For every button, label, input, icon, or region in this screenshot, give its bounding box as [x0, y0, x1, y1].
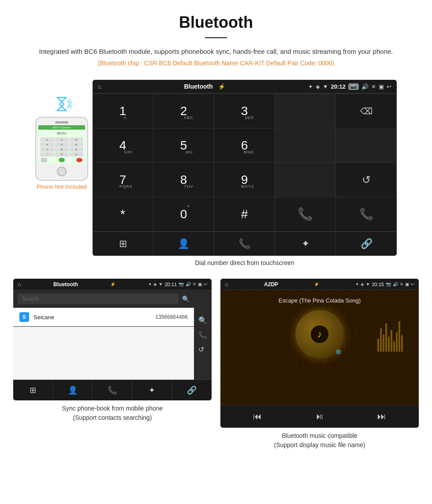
pb-search-bar: Search 🔍 [13, 290, 194, 308]
ms-equalizer [377, 317, 403, 352]
key-5[interactable]: 5 JKL [153, 128, 214, 163]
pb-close-icon[interactable]: ✕ [193, 282, 196, 287]
top-section: Add to Contacts MOTO 123 456 789 *0# [18, 80, 414, 275]
ms-bt-icon: ✦ [355, 282, 359, 287]
key-empty-3 [336, 128, 397, 163]
pb-cam-icon[interactable]: 📷 [179, 282, 184, 287]
ms-home-icon[interactable]: ⌂ [225, 281, 228, 287]
ms-content: Escape (The Pina Colada Song) ♪ ⊛ [220, 290, 419, 405]
phone-not-included-label: Phone Not Included [37, 183, 87, 190]
pb-tool-grid[interactable]: ⊞ [13, 380, 53, 400]
pb-side-icons: 🔍 📞 ↺ [194, 290, 212, 380]
phone-home-button [57, 167, 67, 176]
eq-bar-8 [396, 332, 398, 352]
main-content: Add to Contacts MOTO 123 456 789 *0# [0, 80, 432, 450]
ms-vol-icon[interactable]: 🔊 [393, 282, 398, 287]
dial-bottom-toolbar: ⊞ 👤 📞 ✦ 🔗 [93, 231, 397, 256]
eq-bar-2 [380, 328, 382, 352]
toolbar-grid-btn[interactable]: ⊞ [93, 232, 153, 256]
ms-win-icon[interactable]: ▣ [405, 282, 409, 287]
pb-spacer [13, 327, 194, 380]
pb-side-phone-icon[interactable]: 📞 [198, 331, 207, 339]
eq-bar-3 [383, 334, 384, 352]
music-block: ⌂ A2DP ⚡ ✦ ◈ ▼ 20:15 📷 🔊 ✕ ▣ ↩ [220, 279, 419, 450]
phonebook-screen: ⌂ Bluetooth ⚡ ✦ ◈ ▼ 20:11 📷 🔊 ✕ ▣ ↩ [13, 279, 212, 400]
signal-status-icon: ▼ [323, 83, 328, 90]
ms-playpause-btn[interactable]: ⏯ [315, 411, 324, 422]
key-empty-1 [275, 94, 336, 128]
pb-tool-bt[interactable]: ✦ [132, 380, 172, 400]
pb-contact-row[interactable]: S Seicane 13566664466 [13, 308, 194, 327]
ms-next-btn[interactable]: ⏭ [377, 411, 386, 422]
toolbar-bluetooth-btn[interactable]: ✦ [275, 232, 336, 256]
phone-mockup: Add to Contacts MOTO 123 456 789 *0# [35, 117, 88, 181]
toolbar-contacts-btn[interactable]: 👤 [153, 232, 214, 256]
pb-side-reload-icon[interactable]: ↺ [198, 345, 207, 354]
key-empty-4 [275, 163, 336, 197]
key-6[interactable]: 6 MNO [214, 128, 275, 163]
music-screen: ⌂ A2DP ⚡ ✦ ◈ ▼ 20:15 📷 🔊 ✕ ▣ ↩ [220, 279, 419, 428]
capture-button[interactable]: 📷 [348, 83, 359, 90]
back-icon[interactable]: ↩ [387, 83, 391, 90]
home-icon[interactable]: ⌂ [98, 83, 101, 90]
ms-right-icons: ✦ ◈ ▼ 20:15 📷 🔊 ✕ ▣ ↩ [355, 282, 414, 287]
bottom-section: ⌂ Bluetooth ⚡ ✦ ◈ ▼ 20:11 📷 🔊 ✕ ▣ ↩ [13, 279, 419, 450]
pb-home-icon[interactable]: ⌂ [18, 281, 21, 287]
phonebook-caption: Sync phone-book from mobile phone (Suppo… [62, 404, 163, 422]
key-empty-2 [275, 128, 336, 163]
pb-toolbar: ⊞ 👤 📞 ✦ 🔗 [13, 380, 212, 400]
key-3[interactable]: 3 DEF [214, 94, 275, 128]
key-7[interactable]: 7 PQRS [93, 163, 153, 197]
key-9[interactable]: 9 WXYZ [214, 163, 275, 197]
page-header: Bluetooth Integrated with BC6 Bluetooth … [0, 0, 432, 80]
dial-status-bar: ⌂ Bluetooth ⚡ ✦ ◈ ▼ 20:12 📷 🔊 ✕ ▣ [93, 80, 397, 93]
volume-icon[interactable]: 🔊 [361, 83, 369, 90]
title-divider [205, 37, 227, 38]
window-icon[interactable]: ▣ [379, 83, 384, 90]
key-1[interactable]: 1 ∿ [93, 94, 153, 128]
eq-bar-5 [388, 336, 390, 352]
search-icon[interactable]: 🔍 [182, 295, 190, 302]
key-2[interactable]: 2 ABC [153, 94, 214, 128]
pb-tool-contacts[interactable]: 👤 [53, 380, 93, 400]
pb-tool-link[interactable]: 🔗 [172, 380, 212, 400]
contact-name: Seicane [34, 314, 156, 321]
ms-cam-icon[interactable]: 📷 [386, 282, 391, 287]
key-call-red[interactable]: 📞 [336, 197, 397, 231]
pb-sig-icon: ▼ [159, 282, 163, 287]
pb-tool-phone[interactable]: 📞 [93, 380, 132, 400]
pb-right-icons: ✦ ◈ ▼ 20:11 📷 🔊 ✕ ▣ ↩ [148, 282, 207, 287]
key-8[interactable]: 8 TUV [153, 163, 214, 197]
ms-back-icon[interactable]: ↩ [411, 282, 414, 287]
key-4[interactable]: 4 GHI [93, 128, 153, 163]
pb-search-input[interactable]: Search [18, 294, 179, 304]
pb-main-area: Search 🔍 S Seicane 13566664466 [13, 290, 212, 380]
pb-win-icon[interactable]: ▣ [198, 282, 202, 287]
key-0[interactable]: 0 + [153, 197, 214, 231]
pb-list: Search 🔍 S Seicane 13566664466 [13, 290, 194, 380]
eq-bar-6 [391, 330, 392, 352]
dial-caption: Dial number direct from touchscreen [195, 259, 294, 266]
eq-bar-1 [377, 339, 379, 352]
pb-side-search-icon[interactable]: 🔍 [198, 316, 207, 325]
pb-title: Bluetooth [53, 281, 78, 287]
eq-bar-9 [398, 321, 400, 352]
key-reload[interactable]: ↺ [336, 163, 397, 197]
ms-prev-btn[interactable]: ⏮ [253, 411, 262, 422]
ms-status-bar: ⌂ A2DP ⚡ ✦ ◈ ▼ 20:15 📷 🔊 ✕ ▣ ↩ [220, 279, 419, 290]
key-call-green[interactable]: 📞 [275, 197, 336, 231]
ms-album-inner: ♪ [311, 325, 328, 343]
pb-status-bar: ⌂ Bluetooth ⚡ ✦ ◈ ▼ 20:11 📷 🔊 ✕ ▣ ↩ [13, 279, 212, 290]
key-backspace[interactable]: ⌫ [336, 94, 397, 128]
key-star[interactable]: * [93, 197, 153, 231]
ms-close-icon[interactable]: ✕ [400, 282, 403, 287]
close-status-icon[interactable]: ✕ [371, 83, 376, 90]
toolbar-link-btn[interactable]: 🔗 [336, 232, 397, 256]
bluetooth-signal [48, 93, 75, 115]
key-hash[interactable]: # [214, 197, 275, 231]
music-caption: Bluetooth music compatible (Support disp… [274, 431, 365, 450]
pb-back-icon[interactable]: ↩ [204, 282, 207, 287]
dial-screen-wrapper: ⌂ Bluetooth ⚡ ✦ ◈ ▼ 20:12 📷 🔊 ✕ ▣ [93, 80, 397, 275]
pb-vol-icon[interactable]: 🔊 [186, 282, 191, 287]
toolbar-phone-btn[interactable]: 📞 [214, 232, 275, 256]
